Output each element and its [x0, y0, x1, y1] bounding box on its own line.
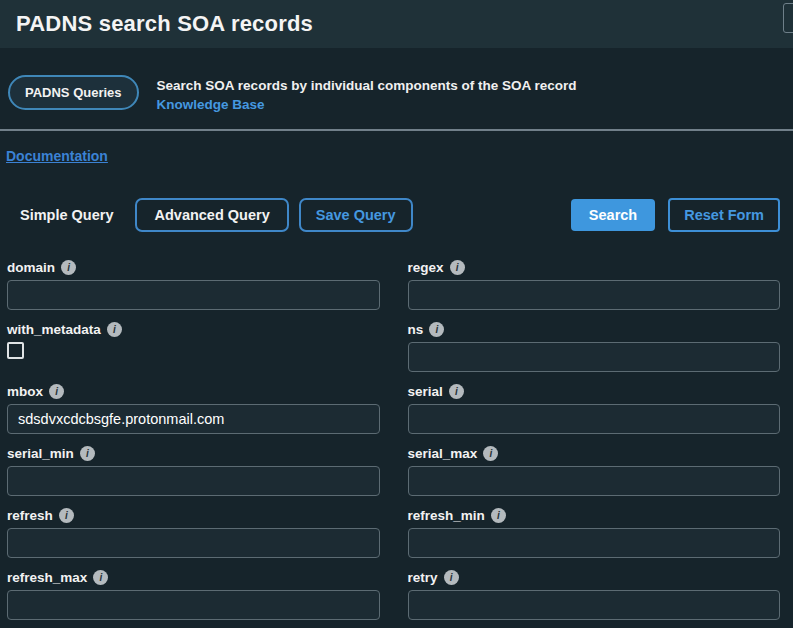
- save-query-button[interactable]: Save Query: [299, 198, 413, 232]
- with-metadata-checkbox[interactable]: [7, 342, 24, 359]
- search-button[interactable]: Search: [571, 199, 655, 231]
- retry-input[interactable]: [408, 590, 781, 620]
- info-icon[interactable]: i: [450, 260, 465, 275]
- info-icon[interactable]: i: [444, 570, 459, 585]
- knowledge-base-link[interactable]: Knowledge Base: [157, 97, 265, 112]
- info-icon[interactable]: i: [93, 570, 108, 585]
- refresh-min-label: refresh_min: [408, 508, 485, 523]
- field-regex: regex i: [408, 259, 781, 310]
- refresh-max-input[interactable]: [7, 590, 380, 620]
- partial-button[interactable]: [783, 3, 793, 33]
- info-icon[interactable]: i: [49, 384, 64, 399]
- info-icon[interactable]: i: [483, 446, 498, 461]
- info-icon[interactable]: i: [429, 322, 444, 337]
- reset-form-button[interactable]: Reset Form: [668, 198, 780, 232]
- retry-label: retry: [408, 570, 438, 585]
- intro-description: Search SOA records by individual compone…: [157, 75, 577, 93]
- with-metadata-label: with_metadata: [7, 322, 101, 337]
- field-retry: retry i: [408, 569, 781, 620]
- field-domain: domain i: [7, 259, 380, 310]
- field-mbox: mbox i: [7, 383, 380, 434]
- field-refresh-max: refresh_max i: [7, 569, 380, 620]
- documentation-link[interactable]: Documentation: [6, 148, 108, 164]
- padns-queries-pill[interactable]: PADNS Queries: [8, 75, 139, 110]
- advanced-query-button[interactable]: Advanced Query: [135, 198, 288, 232]
- info-icon[interactable]: i: [491, 508, 506, 523]
- regex-label: regex: [408, 260, 444, 275]
- refresh-label: refresh: [7, 508, 53, 523]
- mbox-input[interactable]: [7, 404, 380, 434]
- serial-min-input[interactable]: [7, 466, 380, 496]
- serial-max-input[interactable]: [408, 466, 781, 496]
- info-icon[interactable]: i: [61, 260, 76, 275]
- intro-text: Search SOA records by individual compone…: [157, 75, 577, 113]
- info-icon[interactable]: i: [449, 384, 464, 399]
- serial-label: serial: [408, 384, 443, 399]
- page-title: PADNS search SOA records: [16, 11, 313, 37]
- refresh-input[interactable]: [7, 528, 380, 558]
- field-refresh: refresh i: [7, 507, 380, 558]
- regex-input[interactable]: [408, 280, 781, 310]
- field-serial: serial i: [408, 383, 781, 434]
- simple-query-label: Simple Query: [20, 207, 113, 223]
- section-divider: [0, 129, 793, 131]
- refresh-min-input[interactable]: [408, 528, 781, 558]
- serial-input[interactable]: [408, 404, 781, 434]
- domain-label: domain: [7, 260, 55, 275]
- serial-min-label: serial_min: [7, 446, 74, 461]
- ns-label: ns: [408, 322, 424, 337]
- page-header: PADNS search SOA records: [0, 0, 793, 48]
- ns-input[interactable]: [408, 342, 781, 372]
- field-with-metadata: with_metadata i: [7, 321, 380, 372]
- info-icon[interactable]: i: [80, 446, 95, 461]
- soa-search-form: domain i regex i with_metadata i ns i mb…: [7, 259, 780, 628]
- field-refresh-min: refresh_min i: [408, 507, 781, 558]
- field-serial-max: serial_max i: [408, 445, 781, 496]
- field-serial-min: serial_min i: [7, 445, 380, 496]
- mbox-label: mbox: [7, 384, 43, 399]
- info-icon[interactable]: i: [107, 322, 122, 337]
- info-icon[interactable]: i: [59, 508, 74, 523]
- field-ns: ns i: [408, 321, 781, 372]
- query-toolbar: Simple Query Advanced Query Save Query S…: [20, 198, 780, 232]
- intro-section: PADNS Queries Search SOA records by indi…: [0, 48, 793, 113]
- domain-input[interactable]: [7, 280, 380, 310]
- serial-max-label: serial_max: [408, 446, 478, 461]
- refresh-max-label: refresh_max: [7, 570, 87, 585]
